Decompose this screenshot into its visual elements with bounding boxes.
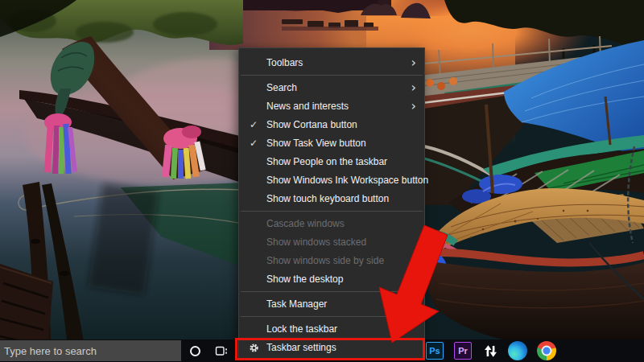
menu-item-lock-the-taskbar[interactable]: Lock the taskbar <box>239 320 424 339</box>
photoshop-icon: Ps <box>429 346 440 356</box>
menu-separator <box>241 211 423 212</box>
transfer-arrows-icon <box>483 344 498 358</box>
taskbar-app-photoshop[interactable]: Ps <box>426 342 444 360</box>
screen: Type here to search Ps Pr <box>0 0 644 362</box>
menu-item-show-the-desktop[interactable]: Show the desktop <box>239 270 424 289</box>
menu-item-show-task-view-button[interactable]: ✓ Show Task View button <box>239 134 424 153</box>
cortana-ring-icon <box>190 346 200 356</box>
taskbar-context-menu: Toolbars › Search › News and interests ›… <box>238 47 425 360</box>
submenu-chevron-icon: › <box>411 53 416 72</box>
menu-item-show-windows-side-by-side: Show windows side by side <box>239 252 424 270</box>
taskbar-search[interactable]: Type here to search <box>0 340 181 361</box>
taskbar-app-chrome[interactable] <box>537 341 556 360</box>
checkmark-icon: ✓ <box>246 134 262 153</box>
menu-item-show-touch-keyboard[interactable]: Show touch keyboard button <box>239 190 424 208</box>
submenu-chevron-icon: › <box>411 97 416 115</box>
menu-item-taskbar-settings[interactable]: Taskbar settings <box>239 339 424 357</box>
menu-item-show-ink-workspace[interactable]: Show Windows Ink Workspace button <box>239 171 424 190</box>
checkmark-icon: ✓ <box>246 116 262 134</box>
menu-item-task-manager[interactable]: Task Manager <box>239 295 424 314</box>
menu-separator <box>241 316 423 317</box>
task-view-button[interactable] <box>208 339 233 362</box>
menu-separator <box>241 291 423 292</box>
search-placeholder: Type here to search <box>4 345 97 357</box>
menu-item-news-and-interests[interactable]: News and interests › <box>239 97 424 116</box>
menu-item-cascade-windows: Cascade windows <box>239 215 424 233</box>
taskbar-app-transfer-arrows[interactable] <box>481 342 499 360</box>
menu-item-search[interactable]: Search › <box>239 79 424 97</box>
menu-item-show-people[interactable]: Show People on the taskbar <box>239 153 424 171</box>
taskbar-app-edge[interactable] <box>508 341 527 360</box>
taskbar-app-premiere[interactable]: Pr <box>454 342 472 360</box>
menu-item-show-windows-stacked: Show windows stacked <box>239 233 424 252</box>
menu-item-show-cortana-button[interactable]: ✓ Show Cortana button <box>239 116 424 134</box>
gear-icon <box>246 339 262 357</box>
premiere-icon: Pr <box>458 346 468 356</box>
submenu-chevron-icon: › <box>411 78 416 97</box>
task-view-icon <box>214 344 228 358</box>
menu-item-toolbars[interactable]: Toolbars › <box>239 54 424 72</box>
menu-separator <box>241 75 423 76</box>
cortana-button[interactable] <box>183 339 207 362</box>
